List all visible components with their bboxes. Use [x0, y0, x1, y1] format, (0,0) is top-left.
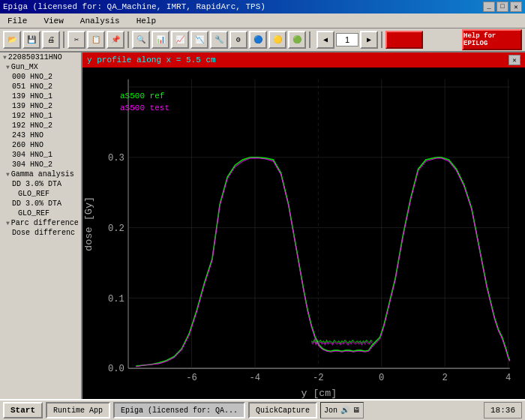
- start-label: Start: [10, 406, 35, 415]
- sidebar: ▼ 220850311HNO ▼ Gun_MX 000 HNO_2 051 HN…: [0, 52, 82, 404]
- toolbar-btn-9[interactable]: 📈: [171, 31, 189, 49]
- sidebar-item-h4-label: 139 HNO_2: [12, 102, 52, 110]
- sidebar-item-g2[interactable]: GLO_REF: [0, 189, 81, 199]
- sidebar-item-p1-label: Dose differenc: [12, 229, 75, 237]
- sidebar-item-h1[interactable]: 000 HNO_2: [0, 72, 81, 82]
- sidebar-item-h3-label: 139 HNO_1: [12, 92, 52, 100]
- svg-text:-4: -4: [250, 373, 261, 383]
- svg-text:dose [Gy]: dose [Gy]: [83, 196, 94, 251]
- toolbar-btn-16[interactable]: [386, 31, 423, 49]
- tree-gun[interactable]: ▼ Gun_MX: [0, 62, 81, 72]
- sidebar-item-h8[interactable]: 260 HNO: [0, 140, 81, 150]
- chart-canvas: aS500 ref aS500 test: [82, 68, 525, 404]
- taskbar-quickcapture-label: QuickCapture: [256, 406, 310, 415]
- tree-gamma[interactable]: ▼ Gamma analysis: [0, 170, 81, 179]
- menu-help[interactable]: Help: [132, 15, 160, 27]
- sidebar-item-h3[interactable]: 139 HNO_1: [0, 92, 81, 101]
- minimize-button[interactable]: _: [483, 2, 495, 12]
- toolbar-btn-13[interactable]: 🔵: [249, 31, 267, 49]
- taskbar-epiga-label: Epiga (licensed for: QA...: [121, 406, 238, 415]
- sidebar-item-h9[interactable]: 304 HNO_1: [0, 150, 81, 160]
- svg-text:0: 0: [379, 373, 384, 383]
- curve-ref-left: [136, 158, 509, 366]
- nav-input[interactable]: [336, 33, 358, 46]
- sidebar-item-g3-label: DD 3.0% DTA: [12, 200, 62, 208]
- toolbar-btn-4[interactable]: ✂: [68, 31, 86, 49]
- window-controls: _ □ ✕: [483, 2, 522, 12]
- nav-box: ◀ ▶: [316, 31, 378, 49]
- tree-gun-icon: ▼: [6, 64, 10, 70]
- sidebar-item-h10[interactable]: 304 HNO_2: [0, 160, 81, 170]
- tree-parc[interactable]: ▼ Parc difference an: [0, 218, 81, 228]
- tree-gun-label: Gun_MX: [11, 63, 38, 71]
- menu-view[interactable]: View: [39, 15, 68, 27]
- toolbar: 📂 💾 🖨 ✂ 📋 📌 🔍 📊 📈 📉 🔧 ⚙ 🔵 🟡 🟢 ◀ ▶ Help f…: [0, 28, 525, 52]
- sidebar-item-g2-label: GLO_REF: [18, 190, 50, 198]
- sidebar-item-h6[interactable]: 192 HNO_2: [0, 121, 81, 130]
- sidebar-item-g1[interactable]: DD 3.0% DTA: [0, 179, 81, 189]
- toolbar-btn-11[interactable]: 🔧: [210, 31, 228, 49]
- tree-gamma-label: Gamma analysis: [11, 170, 74, 178]
- svg-text:y [cm]: y [cm]: [302, 387, 338, 398]
- tree-root-label: 220850311HNO: [8, 53, 62, 62]
- svg-text:0.2: 0.2: [108, 224, 124, 234]
- nav-prev-button[interactable]: ◀: [316, 31, 334, 49]
- svg-text:2: 2: [442, 373, 448, 383]
- tree-parc-icon: ▼: [6, 220, 10, 226]
- sidebar-item-h5[interactable]: 192 HNO_1: [0, 111, 81, 121]
- toolbar-btn-15[interactable]: 🟢: [288, 31, 306, 49]
- taskbar-system-icons: Jon 🔊 🖥: [320, 402, 364, 418]
- svg-text:-2: -2: [313, 373, 324, 383]
- start-button[interactable]: Start: [3, 402, 43, 418]
- toolbar-btn-7[interactable]: 🔍: [132, 31, 150, 49]
- toolbar-btn-14[interactable]: 🟡: [268, 31, 286, 49]
- sidebar-item-h2[interactable]: 051 HNO_2: [0, 82, 81, 92]
- window-title: Epiga (licensed for: QA_Machine, IMRT, R…: [3, 2, 266, 11]
- sidebar-item-g3[interactable]: DD 3.0% DTA: [0, 199, 81, 208]
- tree-root[interactable]: ▼ 220850311HNO: [0, 52, 81, 62]
- toolbar-btn-5[interactable]: 📋: [87, 31, 105, 49]
- chart-svg: -6 -4 -2 0 2 4 0.0 0.1 0.2 0.3 y [cm] do…: [82, 68, 525, 404]
- taskbar-epiga[interactable]: Epiga (licensed for: QA...: [113, 402, 245, 418]
- toolbar-btn-1[interactable]: 📂: [3, 31, 21, 49]
- toolbar-btn-3[interactable]: 🖨: [42, 31, 60, 49]
- chart-title-bar: y profile along x = 5.5 cm ✕: [82, 52, 525, 68]
- sidebar-item-p1[interactable]: Dose differenc: [0, 228, 81, 238]
- sidebar-item-h10-label: 304 HNO_2: [12, 160, 52, 169]
- toolbar-btn-2[interactable]: 💾: [22, 31, 40, 49]
- chart-close-button[interactable]: ✕: [508, 55, 520, 65]
- toolbar-btn-12[interactable]: ⚙: [230, 31, 248, 49]
- sound-icon: 🔊: [340, 406, 350, 415]
- sidebar-item-g4[interactable]: GLO_REF: [0, 208, 81, 218]
- taskbar-runtime-label: Runtime App: [53, 406, 103, 415]
- chart-title: y profile along x = 5.5 cm: [87, 56, 216, 64]
- sidebar-item-h9-label: 304 HNO_1: [12, 151, 52, 159]
- title-bar: Epiga (licensed for: QA_Machine, IMRT, R…: [0, 0, 525, 14]
- taskbar: Start Runtime App Epiga (licensed for: Q…: [0, 399, 525, 420]
- tree-gamma-icon: ▼: [6, 171, 10, 178]
- close-button[interactable]: ✕: [510, 2, 522, 12]
- sidebar-item-h7[interactable]: 243 HNO: [0, 130, 81, 140]
- menu-bar: File View Analysis Help: [0, 14, 525, 28]
- taskbar-quickcapture[interactable]: QuickCapture: [248, 402, 317, 418]
- taskbar-runtime[interactable]: Runtime App: [46, 402, 110, 418]
- sidebar-item-h4[interactable]: 139 HNO_2: [0, 101, 81, 111]
- toolbar-btn-8[interactable]: 📊: [152, 31, 170, 49]
- curve-test-left: [136, 158, 509, 367]
- tree-parc-label: Parc difference an: [11, 219, 82, 227]
- main-area: ▼ 220850311HNO ▼ Gun_MX 000 HNO_2 051 HN…: [0, 52, 525, 404]
- svg-text:0.3: 0.3: [108, 153, 124, 164]
- toolbar-btn-6[interactable]: 📌: [106, 31, 124, 49]
- nav-next-button[interactable]: ▶: [360, 31, 378, 49]
- toolbar-btn-10[interactable]: 📉: [190, 31, 208, 49]
- taskbar-clock: 18:36: [484, 402, 522, 418]
- maximize-button[interactable]: □: [496, 2, 508, 12]
- sidebar-item-h8-label: 260 HNO: [12, 141, 44, 149]
- menu-file[interactable]: File: [3, 15, 32, 27]
- sidebar-item-g1-label: DD 3.0% DTA: [12, 180, 62, 188]
- sidebar-item-h2-label: 051 HNO_2: [12, 82, 52, 91]
- toolbar-separator-1: [63, 32, 64, 48]
- menu-analysis[interactable]: Analysis: [76, 15, 124, 27]
- sidebar-item-h5-label: 192 HNO_1: [12, 112, 52, 120]
- sidebar-item-h1-label: 000 HNO_2: [12, 73, 52, 81]
